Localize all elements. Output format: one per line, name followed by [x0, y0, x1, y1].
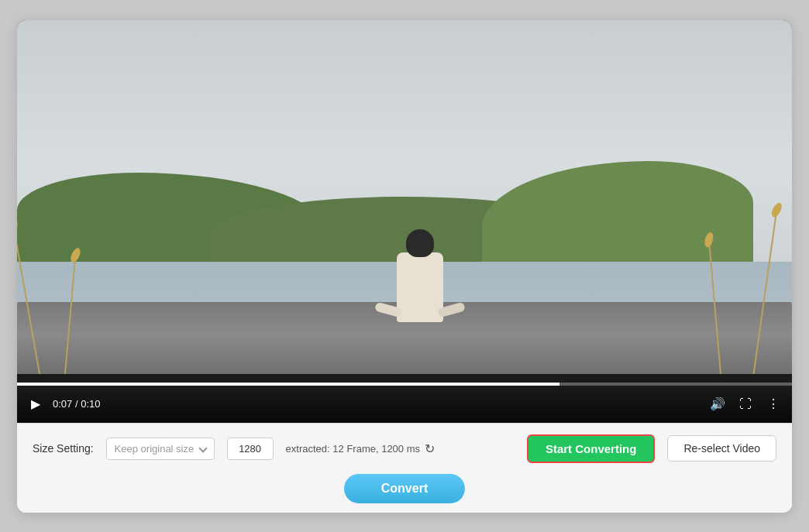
extracted-text: extracted: 12 Frame, 1200 ms	[286, 443, 420, 455]
size-width-input[interactable]	[227, 438, 274, 460]
volume-button[interactable]: 🔊	[708, 395, 727, 414]
extracted-info: extracted: 12 Frame, 1200 ms ↻	[286, 441, 435, 456]
fullscreen-button[interactable]: ⛶	[736, 395, 755, 414]
more-button[interactable]: ⋮	[764, 395, 783, 414]
person	[397, 252, 443, 322]
hills	[17, 149, 792, 269]
controls-bar: ▶ 0:07 / 0:10 🔊 ⛶ ⋮	[17, 386, 792, 423]
time-display: 0:07 / 0:10	[53, 398, 100, 410]
reselect-video-button[interactable]: Re-select Video	[667, 435, 776, 462]
refresh-icon[interactable]: ↻	[425, 441, 435, 456]
size-setting-label: Size Setting:	[33, 442, 94, 455]
convert-button[interactable]: Convert	[344, 474, 465, 503]
start-converting-button[interactable]: Start Converting	[527, 434, 656, 463]
toolbar: Size Setting: Keep original size extract…	[17, 423, 792, 474]
person-head	[406, 229, 434, 257]
video-scene	[17, 20, 792, 423]
main-card: ▶ 0:07 / 0:10 🔊 ⛶ ⋮ Size Setting: Keep o…	[17, 20, 792, 513]
size-select-value: Keep original size	[115, 443, 195, 455]
chevron-down-icon	[198, 444, 207, 452]
play-button[interactable]: ▶	[26, 395, 45, 414]
convert-row: Convert	[17, 474, 792, 513]
person-body	[397, 252, 443, 322]
video-container: ▶ 0:07 / 0:10 🔊 ⛶ ⋮	[17, 20, 792, 423]
size-select-dropdown[interactable]: Keep original size	[106, 438, 215, 460]
hill-right	[482, 161, 753, 269]
